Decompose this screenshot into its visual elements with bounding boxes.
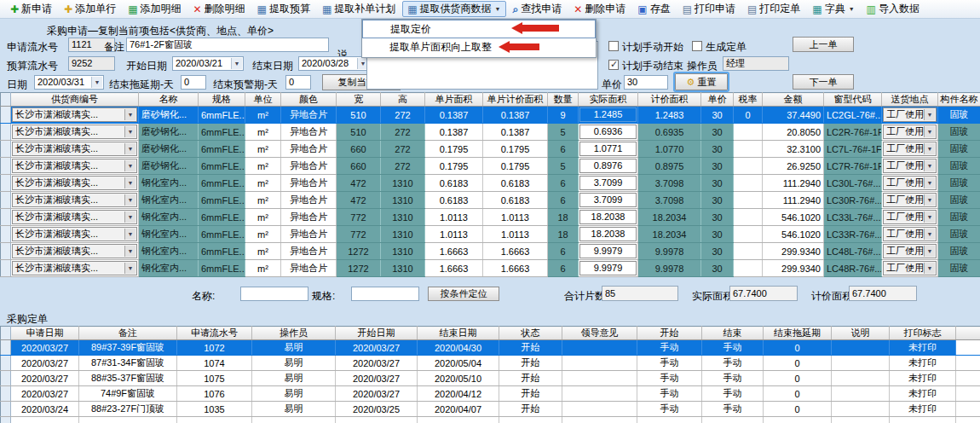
menu-item-extract-piece-area-round-up[interactable]: 提取单片面积向上取整 bbox=[362, 38, 596, 57]
cell-unit[interactable]: m² bbox=[245, 243, 281, 260]
chevron-down-icon[interactable]: ▼ bbox=[924, 246, 935, 257]
cell-height[interactable]: 272 bbox=[381, 107, 425, 124]
cell-tax-rate[interactable] bbox=[734, 226, 763, 243]
cell-actual-area[interactable]: 18.2038 bbox=[579, 209, 638, 226]
cell-operator[interactable]: 易明 bbox=[252, 356, 336, 371]
cell-width[interactable]: 472 bbox=[337, 175, 381, 192]
cell-status[interactable]: 开始 bbox=[499, 402, 562, 417]
cell-piece-area[interactable]: 0.1387 bbox=[425, 107, 483, 124]
cell-height[interactable]: 1310 bbox=[381, 209, 425, 226]
toolbar-button-find-request[interactable]: ⌕查找申请 bbox=[508, 1, 568, 17]
cell-width[interactable]: 472 bbox=[337, 192, 381, 209]
cell-unit-price[interactable]: 30 bbox=[701, 260, 734, 277]
cell-amount[interactable]: 26.9250 bbox=[763, 158, 824, 175]
cell-unit-price[interactable]: 30 bbox=[701, 226, 734, 243]
cell-unit[interactable]: m² bbox=[245, 141, 281, 158]
row-selector[interactable] bbox=[1, 386, 11, 402]
chevron-down-icon[interactable]: ▼ bbox=[924, 194, 935, 206]
cell-end-delay[interactable]: 0 bbox=[764, 371, 832, 386]
cell-spec[interactable]: 6mmFLE... bbox=[199, 107, 245, 124]
cell-serial-no[interactable]: 1072 bbox=[177, 340, 252, 356]
dropdown-arrow-icon[interactable]: ▼ bbox=[849, 6, 855, 12]
cell-status[interactable]: 开始 bbox=[499, 340, 562, 356]
cell-qty[interactable]: 6 bbox=[548, 260, 579, 277]
cell-color[interactable]: 异地合片 bbox=[281, 158, 337, 175]
cell-piece-priced-area[interactable]: 0.6183 bbox=[483, 175, 548, 192]
cell-end-delay[interactable] bbox=[764, 417, 832, 423]
cell-tax-rate[interactable]: 0 bbox=[734, 107, 763, 124]
cell-print-flag[interactable]: 未打印 bbox=[890, 340, 956, 356]
toolbar-button-print-request[interactable]: ▤打印申请 bbox=[677, 1, 741, 17]
locate-by-condition-button[interactable]: 按条件定位 bbox=[428, 287, 499, 301]
cell-start-date[interactable]: 2020/03/27 bbox=[336, 340, 418, 356]
cell-end[interactable]: 手动 bbox=[702, 340, 764, 356]
cell-window-code[interactable]: LC7L-76#-1F0 bbox=[824, 141, 882, 158]
cell-window-code[interactable]: LC48R-76#... bbox=[824, 260, 882, 277]
cell-amount[interactable]: 299.9340 bbox=[763, 243, 824, 260]
cell-window-code[interactable]: LC30L-76#... bbox=[824, 175, 882, 192]
cell-spec[interactable]: 6mmFLE... bbox=[199, 226, 245, 243]
cell-request-date[interactable]: 2020/03/24 bbox=[11, 402, 79, 417]
cell-remark[interactable]: 89#37-39F窗固玻 bbox=[79, 340, 177, 356]
cell-serial-no[interactable]: 1035 bbox=[177, 402, 252, 417]
cell-name[interactable]: 钢化室内... bbox=[139, 243, 199, 260]
cell-qty[interactable]: 9 bbox=[548, 107, 579, 124]
cell-tax-rate[interactable] bbox=[734, 192, 763, 209]
cell-color[interactable]: 异地合片 bbox=[281, 107, 337, 124]
cell-tax-rate[interactable] bbox=[734, 209, 763, 226]
cell-name[interactable]: 磨砂钢化... bbox=[139, 124, 199, 141]
cell-width[interactable]: 510 bbox=[337, 124, 381, 141]
cell-unit[interactable]: m² bbox=[245, 158, 281, 175]
cell-remark[interactable]: 74#9F窗固玻 bbox=[79, 386, 177, 402]
cell-name[interactable]: 钢化室内... bbox=[139, 226, 199, 243]
cell-width[interactable]: 772 bbox=[337, 226, 381, 243]
cell-priced-area[interactable]: 3.7098 bbox=[638, 192, 701, 209]
cell-window-code[interactable]: LC7R-76#-1F0 bbox=[824, 158, 882, 175]
date-select[interactable]: 2020/03/31▼ bbox=[34, 75, 104, 90]
end-date-select[interactable]: 2020/03/28▼ bbox=[298, 56, 370, 71]
cell-request-date[interactable]: 2020/03/27 bbox=[11, 386, 79, 402]
cell-end[interactable]: 手动 bbox=[702, 402, 764, 417]
cell-start-date[interactable] bbox=[336, 417, 418, 423]
cell-supplier-code[interactable]: 长沙市潇湘玻璃实...▼ bbox=[11, 243, 139, 260]
cell-unit[interactable]: m² bbox=[245, 192, 281, 209]
chevron-down-icon[interactable]: ▼ bbox=[124, 194, 135, 206]
toolbar-button-save[interactable]: ▣存盘 bbox=[632, 1, 675, 17]
chevron-down-icon[interactable]: ▼ bbox=[124, 246, 135, 257]
cell-name[interactable]: 钢化室内... bbox=[139, 209, 199, 226]
cell-note[interactable] bbox=[832, 371, 890, 386]
cell-start-date[interactable]: 2020/03/27 bbox=[336, 356, 418, 371]
cell-supplier-code[interactable]: 长沙市潇湘玻璃实...▼ bbox=[11, 209, 139, 226]
cell-delivery-place[interactable]: 工厂使用▼ bbox=[882, 226, 938, 243]
cell-supplier-code[interactable]: 长沙市潇湘玻璃实...▼ bbox=[11, 260, 139, 277]
cell-width[interactable]: 1272 bbox=[337, 243, 381, 260]
chevron-down-icon[interactable]: ▼ bbox=[924, 143, 935, 154]
cell-color[interactable]: 异地合片 bbox=[281, 243, 337, 260]
cell-component-name[interactable]: 固玻 bbox=[938, 226, 980, 243]
cell-piece-priced-area[interactable]: 0.1387 bbox=[483, 124, 548, 141]
cell-unit[interactable]: m² bbox=[245, 124, 281, 141]
cell-piece-priced-area[interactable]: 1.6663 bbox=[483, 260, 548, 277]
cell-name[interactable]: 磨砂钢化... bbox=[139, 141, 199, 158]
toolbar-button-extract-supplement-plan[interactable]: ▦提取补单计划 bbox=[317, 1, 401, 17]
cell-supplier-code[interactable]: 长沙市潇湘玻璃实...▼ bbox=[11, 107, 139, 124]
cell-serial-no[interactable]: 1076 bbox=[177, 386, 252, 402]
cell-color[interactable]: 异地合片 bbox=[281, 192, 337, 209]
cell-spec[interactable]: 6mmFLE... bbox=[199, 141, 245, 158]
budget-no-field[interactable]: 9252 bbox=[68, 56, 115, 71]
toolbar-button-print-order[interactable]: ▤打印定单 bbox=[742, 1, 805, 17]
cell-qty[interactable]: 18 bbox=[548, 226, 579, 243]
cell-spec[interactable]: 6mmFLE... bbox=[199, 209, 245, 226]
cell-delivery-place[interactable]: 工厂使用▼ bbox=[882, 124, 938, 141]
cell-supplier-code[interactable]: 长沙市潇湘玻璃实...▼ bbox=[11, 175, 139, 192]
cell-tax-rate[interactable] bbox=[734, 175, 763, 192]
cell-status[interactable]: 开始 bbox=[499, 356, 562, 371]
toolbar-button-dictionary[interactable]: ▦字典▼ bbox=[807, 1, 859, 17]
cell-piece-area[interactable]: 0.6183 bbox=[425, 192, 483, 209]
cell-component-name[interactable]: 固玻 bbox=[938, 260, 980, 277]
cell-end-date[interactable]: 2020/04/30 bbox=[418, 340, 499, 356]
dropdown-arrow-icon[interactable]: ▼ bbox=[495, 6, 501, 12]
cell-piece-priced-area[interactable]: 1.0113 bbox=[483, 226, 548, 243]
chevron-down-icon[interactable]: ▼ bbox=[924, 263, 935, 274]
chevron-down-icon[interactable]: ▼ bbox=[124, 143, 135, 154]
